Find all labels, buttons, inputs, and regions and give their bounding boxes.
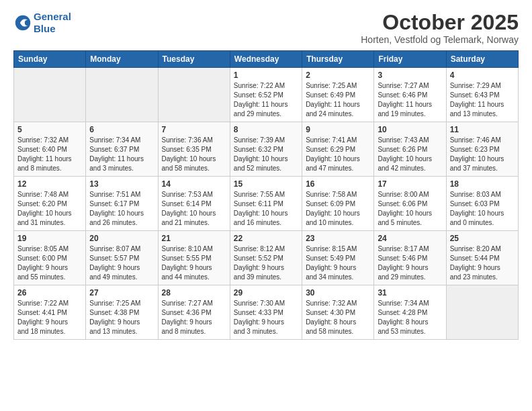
logo-icon — [13, 13, 32, 32]
calendar-day: 19Sunrise: 8:05 AM Sunset: 6:00 PM Dayli… — [14, 231, 86, 285]
calendar-day: 3Sunrise: 7:27 AM Sunset: 6:46 PM Daylig… — [374, 68, 446, 122]
day-info: Sunrise: 8:20 AM Sunset: 5:44 PM Dayligh… — [450, 244, 515, 282]
day-number: 16 — [306, 179, 370, 189]
day-info: Sunrise: 7:39 AM Sunset: 6:32 PM Dayligh… — [234, 136, 298, 173]
calendar-day: 20Sunrise: 8:07 AM Sunset: 5:57 PM Dayli… — [86, 231, 158, 285]
day-info: Sunrise: 8:12 AM Sunset: 5:52 PM Dayligh… — [234, 244, 298, 282]
day-info: Sunrise: 8:00 AM Sunset: 6:06 PM Dayligh… — [378, 190, 442, 228]
day-info: Sunrise: 7:27 AM Sunset: 4:36 PM Dayligh… — [162, 299, 226, 336]
day-number: 30 — [306, 288, 370, 298]
day-number: 9 — [306, 125, 370, 134]
day-info: Sunrise: 8:17 AM Sunset: 5:46 PM Dayligh… — [378, 244, 442, 282]
day-number: 7 — [162, 125, 226, 134]
day-number: 15 — [234, 179, 298, 189]
calendar-day: 6Sunrise: 7:34 AM Sunset: 6:37 PM Daylig… — [86, 122, 158, 177]
calendar-day: 8Sunrise: 7:39 AM Sunset: 6:32 PM Daylig… — [230, 122, 302, 177]
logo: General Blue — [13, 11, 71, 35]
day-info: Sunrise: 7:43 AM Sunset: 6:26 PM Dayligh… — [378, 136, 442, 173]
calendar-day: 24Sunrise: 8:17 AM Sunset: 5:46 PM Dayli… — [374, 231, 446, 285]
day-number: 5 — [17, 125, 82, 134]
day-info: Sunrise: 7:36 AM Sunset: 6:35 PM Dayligh… — [162, 136, 226, 173]
calendar-header-saturday: Saturday — [446, 51, 518, 68]
calendar-day: 27Sunrise: 7:25 AM Sunset: 4:38 PM Dayli… — [86, 285, 158, 340]
calendar-header-sunday: Sunday — [14, 51, 86, 68]
day-info: Sunrise: 7:46 AM Sunset: 6:23 PM Dayligh… — [450, 136, 515, 173]
calendar-header-row: SundayMondayTuesdayWednesdayThursdayFrid… — [14, 51, 519, 68]
day-number: 1 — [234, 71, 298, 80]
day-info: Sunrise: 8:10 AM Sunset: 5:55 PM Dayligh… — [162, 244, 226, 282]
day-info: Sunrise: 7:34 AM Sunset: 4:28 PM Dayligh… — [378, 299, 442, 336]
day-number: 28 — [162, 288, 226, 298]
day-number: 22 — [234, 234, 298, 243]
day-number: 4 — [450, 71, 515, 80]
calendar-week-row: 5Sunrise: 7:32 AM Sunset: 6:40 PM Daylig… — [14, 122, 519, 177]
day-info: Sunrise: 7:27 AM Sunset: 6:46 PM Dayligh… — [378, 81, 442, 119]
calendar-day: 23Sunrise: 8:15 AM Sunset: 5:49 PM Dayli… — [302, 231, 374, 285]
day-number: 19 — [17, 234, 82, 243]
calendar-day: 14Sunrise: 7:53 AM Sunset: 6:14 PM Dayli… — [158, 177, 230, 231]
calendar-day — [86, 68, 158, 122]
day-info: Sunrise: 7:22 AM Sunset: 6:52 PM Dayligh… — [234, 81, 298, 119]
page-title: October 2025 — [361, 11, 519, 34]
day-number: 6 — [89, 125, 154, 134]
calendar-week-row: 19Sunrise: 8:05 AM Sunset: 6:00 PM Dayli… — [14, 231, 519, 285]
calendar-header-monday: Monday — [86, 51, 158, 68]
calendar-day: 25Sunrise: 8:20 AM Sunset: 5:44 PM Dayli… — [446, 231, 518, 285]
calendar-day: 9Sunrise: 7:41 AM Sunset: 6:29 PM Daylig… — [302, 122, 374, 177]
day-info: Sunrise: 7:48 AM Sunset: 6:20 PM Dayligh… — [17, 190, 82, 228]
logo-text: General Blue — [34, 11, 71, 35]
page-subtitle: Horten, Vestfold og Telemark, Norway — [361, 34, 519, 45]
calendar-week-row: 12Sunrise: 7:48 AM Sunset: 6:20 PM Dayli… — [14, 177, 519, 231]
calendar-day: 13Sunrise: 7:51 AM Sunset: 6:17 PM Dayli… — [86, 177, 158, 231]
day-number: 24 — [378, 234, 442, 243]
day-number: 12 — [17, 179, 82, 189]
day-number: 14 — [162, 179, 226, 189]
day-info: Sunrise: 8:03 AM Sunset: 6:03 PM Dayligh… — [450, 190, 515, 228]
day-number: 29 — [234, 288, 298, 298]
calendar-day: 28Sunrise: 7:27 AM Sunset: 4:36 PM Dayli… — [158, 285, 230, 340]
day-info: Sunrise: 7:34 AM Sunset: 6:37 PM Dayligh… — [89, 136, 154, 173]
day-number: 10 — [378, 125, 442, 134]
day-info: Sunrise: 8:05 AM Sunset: 6:00 PM Dayligh… — [17, 244, 82, 282]
title-block: October 2025 Horten, Vestfold og Telemar… — [361, 11, 519, 45]
calendar-day — [14, 68, 86, 122]
calendar-day: 2Sunrise: 7:25 AM Sunset: 6:49 PM Daylig… — [302, 68, 374, 122]
day-number: 21 — [162, 234, 226, 243]
calendar-day: 5Sunrise: 7:32 AM Sunset: 6:40 PM Daylig… — [14, 122, 86, 177]
calendar-week-row: 26Sunrise: 7:22 AM Sunset: 4:41 PM Dayli… — [14, 285, 519, 340]
day-number: 2 — [306, 71, 370, 80]
calendar-week-row: 1Sunrise: 7:22 AM Sunset: 6:52 PM Daylig… — [14, 68, 519, 122]
calendar-header-tuesday: Tuesday — [158, 51, 230, 68]
day-number: 31 — [378, 288, 442, 298]
header: General Blue October 2025 Horten, Vestfo… — [13, 11, 519, 45]
calendar-day: 18Sunrise: 8:03 AM Sunset: 6:03 PM Dayli… — [446, 177, 518, 231]
day-number: 8 — [234, 125, 298, 134]
calendar-day: 29Sunrise: 7:30 AM Sunset: 4:33 PM Dayli… — [230, 285, 302, 340]
calendar-day: 15Sunrise: 7:55 AM Sunset: 6:11 PM Dayli… — [230, 177, 302, 231]
day-number: 11 — [450, 125, 515, 134]
calendar-day: 30Sunrise: 7:32 AM Sunset: 4:30 PM Dayli… — [302, 285, 374, 340]
calendar-day: 31Sunrise: 7:34 AM Sunset: 4:28 PM Dayli… — [374, 285, 446, 340]
calendar-day: 7Sunrise: 7:36 AM Sunset: 6:35 PM Daylig… — [158, 122, 230, 177]
day-info: Sunrise: 7:58 AM Sunset: 6:09 PM Dayligh… — [306, 190, 370, 228]
day-info: Sunrise: 7:32 AM Sunset: 6:40 PM Dayligh… — [17, 136, 82, 173]
day-number: 20 — [89, 234, 154, 243]
day-info: Sunrise: 7:25 AM Sunset: 4:38 PM Dayligh… — [89, 299, 154, 336]
calendar-day: 11Sunrise: 7:46 AM Sunset: 6:23 PM Dayli… — [446, 122, 518, 177]
day-info: Sunrise: 7:32 AM Sunset: 4:30 PM Dayligh… — [306, 299, 370, 336]
day-number: 27 — [89, 288, 154, 298]
logo-line1: General — [34, 11, 71, 22]
day-number: 23 — [306, 234, 370, 243]
day-number: 25 — [450, 234, 515, 243]
calendar-day: 22Sunrise: 8:12 AM Sunset: 5:52 PM Dayli… — [230, 231, 302, 285]
logo-line2: Blue — [34, 23, 56, 34]
day-number: 3 — [378, 71, 442, 80]
calendar-day: 16Sunrise: 7:58 AM Sunset: 6:09 PM Dayli… — [302, 177, 374, 231]
calendar-day — [158, 68, 230, 122]
day-info: Sunrise: 7:53 AM Sunset: 6:14 PM Dayligh… — [162, 190, 226, 228]
day-info: Sunrise: 7:41 AM Sunset: 6:29 PM Dayligh… — [306, 136, 370, 173]
calendar: SundayMondayTuesdayWednesdayThursdayFrid… — [13, 50, 519, 340]
day-number: 17 — [378, 179, 442, 189]
calendar-header-thursday: Thursday — [302, 51, 374, 68]
calendar-day: 26Sunrise: 7:22 AM Sunset: 4:41 PM Dayli… — [14, 285, 86, 340]
